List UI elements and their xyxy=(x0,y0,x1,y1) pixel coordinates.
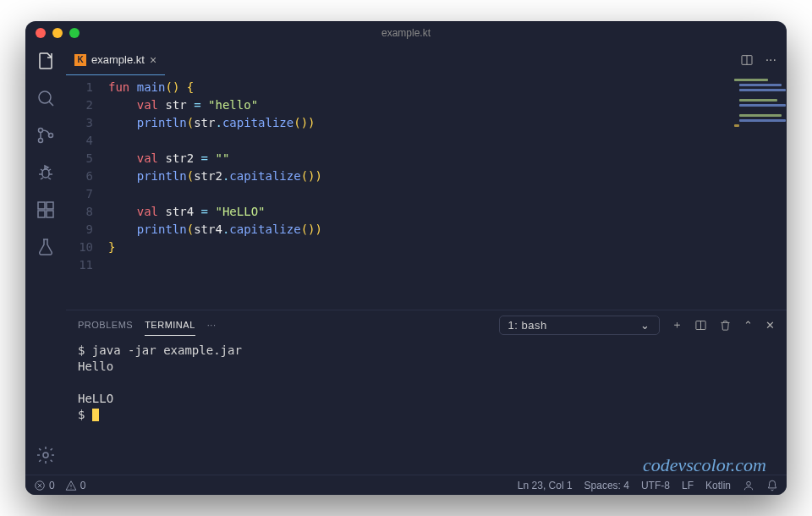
testing-icon[interactable] xyxy=(35,236,57,258)
code-content[interactable]: fun main() { val str = "hello" println(s… xyxy=(108,79,787,310)
split-terminal-icon[interactable] xyxy=(694,319,707,332)
titlebar: example.kt xyxy=(25,21,787,45)
kotlin-file-icon: K xyxy=(74,54,86,66)
tab-bar: K example.kt × ··· xyxy=(66,45,787,75)
maximize-window-button[interactable] xyxy=(69,28,80,38)
svg-line-10 xyxy=(48,178,51,179)
body-area: K example.kt × ··· 1234567891011 fun mai… xyxy=(25,45,787,475)
status-warnings[interactable]: 0 xyxy=(65,480,86,491)
svg-point-26 xyxy=(747,481,751,486)
svg-point-16 xyxy=(43,453,48,458)
status-cursor-position[interactable]: Ln 23, Col 1 xyxy=(518,480,573,491)
tab-filename: example.kt xyxy=(91,53,145,66)
svg-rect-12 xyxy=(38,202,45,209)
editor-area[interactable]: 1234567891011 fun main() { val str = "he… xyxy=(66,75,787,310)
maximize-panel-icon[interactable]: ⌃ xyxy=(743,319,754,332)
window-controls xyxy=(36,28,80,38)
chevron-down-icon: ⌄ xyxy=(640,319,650,332)
close-window-button[interactable] xyxy=(36,28,46,38)
activity-bar xyxy=(25,45,66,475)
feedback-icon[interactable] xyxy=(743,480,754,491)
svg-rect-13 xyxy=(38,211,45,217)
terminal-selector-label: 1: bash xyxy=(508,319,547,332)
watermark-text: codevscolor.com xyxy=(643,454,766,476)
svg-rect-15 xyxy=(47,202,53,209)
panel-more-icon[interactable]: ··· xyxy=(207,320,217,330)
status-indentation[interactable]: Spaces: 4 xyxy=(584,480,629,491)
settings-gear-icon[interactable] xyxy=(35,444,57,466)
svg-point-2 xyxy=(39,129,43,133)
panel-tabs: PROBLEMS TERMINAL ··· 1: bash ⌄ ＋ xyxy=(66,310,787,339)
panel-tab-terminal[interactable]: TERMINAL xyxy=(145,315,195,336)
svg-point-3 xyxy=(39,139,43,143)
split-editor-icon[interactable] xyxy=(740,52,754,68)
more-actions-icon[interactable]: ··· xyxy=(765,52,776,68)
tab-close-icon[interactable]: × xyxy=(150,53,156,67)
status-language[interactable]: Kotlin xyxy=(705,480,731,491)
search-icon[interactable] xyxy=(35,87,57,109)
panel-tab-problems[interactable]: PROBLEMS xyxy=(78,315,133,335)
new-terminal-icon[interactable]: ＋ xyxy=(672,317,683,332)
editor-window: example.kt xyxy=(25,21,787,495)
window-title: example.kt xyxy=(381,27,431,39)
extensions-icon[interactable] xyxy=(35,199,57,221)
svg-line-9 xyxy=(41,178,43,179)
svg-line-8 xyxy=(48,169,51,171)
status-eol[interactable]: LF xyxy=(682,480,694,491)
status-encoding[interactable]: UTF-8 xyxy=(641,480,670,491)
svg-rect-14 xyxy=(47,211,53,217)
debug-icon[interactable] xyxy=(35,162,57,184)
notifications-bell-icon[interactable] xyxy=(766,480,778,491)
line-number-gutter: 1234567891011 xyxy=(66,79,108,310)
source-control-icon[interactable] xyxy=(35,124,57,146)
svg-line-1 xyxy=(49,102,53,106)
svg-line-7 xyxy=(41,169,43,171)
editor-tab-example[interactable]: K example.kt × xyxy=(66,45,165,75)
kill-terminal-icon[interactable] xyxy=(719,319,732,332)
close-panel-icon[interactable]: ✕ xyxy=(765,319,776,332)
svg-point-0 xyxy=(39,91,51,103)
statusbar: 0 0 Ln 23, Col 1 Spaces: 4 UTF-8 LF Kotl… xyxy=(25,475,787,495)
minimize-window-button[interactable] xyxy=(52,28,63,38)
explorer-icon[interactable] xyxy=(35,50,57,72)
status-errors[interactable]: 0 xyxy=(34,480,55,491)
terminal-selector[interactable]: 1: bash ⌄ xyxy=(499,316,660,335)
main-column: K example.kt × ··· 1234567891011 fun mai… xyxy=(66,45,787,475)
svg-marker-11 xyxy=(45,166,48,169)
bottom-panel: PROBLEMS TERMINAL ··· 1: bash ⌄ ＋ xyxy=(66,310,787,475)
